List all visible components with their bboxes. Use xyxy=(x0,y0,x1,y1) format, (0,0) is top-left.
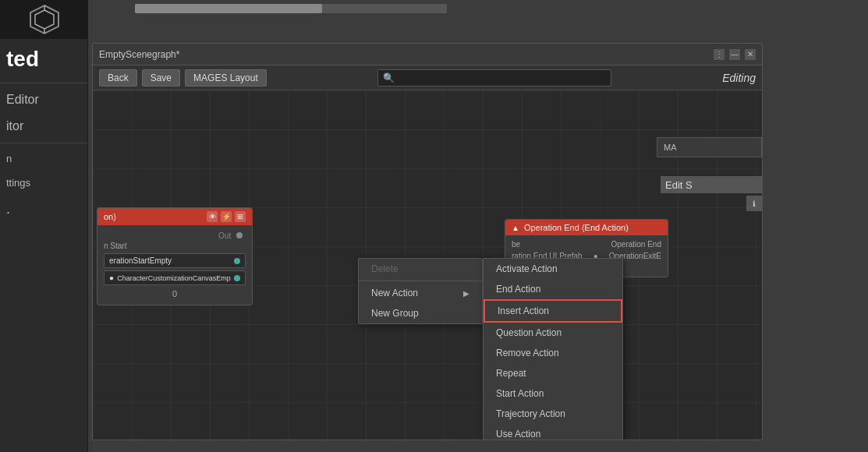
ctx-delete: Delete xyxy=(359,259,482,279)
submenu: Activate Action End Action Insert Action… xyxy=(483,258,623,440)
submenu-end-action[interactable]: End Action xyxy=(484,279,622,299)
context-menu: Delete New Action ▶ New Group xyxy=(358,258,483,324)
sidebar: ted Editor itor n ttings . xyxy=(0,0,88,452)
back-button[interactable]: Back xyxy=(99,69,137,87)
window-titlebar: EmptyScenegraph* ⋮ — ✕ xyxy=(93,44,762,65)
node-field-1: erationStartEmpty xyxy=(104,253,246,268)
progress-bar-fill xyxy=(135,4,322,13)
main-area: EmptyScenegraph* ⋮ — ✕ Back Save MAGES L… xyxy=(88,0,868,452)
end-node-header: ▲ Operation End (End Action) xyxy=(505,220,668,235)
node-start-title: n Start xyxy=(104,242,246,250)
field-dot-2 xyxy=(234,275,240,281)
node-header-icons: 👁 ⚡ ⊞ xyxy=(207,211,246,222)
window-close-button[interactable]: ✕ xyxy=(745,49,756,60)
node-dot-icon: ● xyxy=(109,274,114,282)
right-panel-bar[interactable]: Edit S xyxy=(661,176,762,193)
sidebar-divider-1 xyxy=(0,83,87,83)
submenu-insert-action[interactable]: Insert Action xyxy=(484,299,622,323)
sidebar-logo xyxy=(0,0,88,39)
progress-bar-container xyxy=(135,4,447,13)
submenu-use-action[interactable]: Use Action xyxy=(484,424,622,440)
search-input[interactable] xyxy=(377,69,611,87)
left-node-card: on) 👁 ⚡ ⊞ Out n Start erationStartEmpty xyxy=(97,207,253,305)
node-field-2: ● CharacterCustomizationCanvasEmp xyxy=(104,270,246,285)
node-out-label: Out xyxy=(104,230,246,242)
end-node-title: Operation End (End Action) xyxy=(524,223,629,232)
save-button[interactable]: Save xyxy=(142,69,180,87)
editor-window: EmptyScenegraph* ⋮ — ✕ Back Save MAGES L… xyxy=(92,43,763,440)
window-minimize-button[interactable]: — xyxy=(729,49,740,60)
node-number: 0 xyxy=(104,288,246,300)
submenu-start-action[interactable]: Start Action xyxy=(484,383,622,404)
submenu-repeat[interactable]: Repeat xyxy=(484,363,622,383)
ctx-separator-1 xyxy=(359,281,482,281)
sidebar-item-n[interactable]: n xyxy=(0,147,87,171)
end-node-label-1: be xyxy=(512,240,520,249)
window-controls: ⋮ — ✕ xyxy=(714,49,756,60)
mages-layout-button[interactable]: MAGES Layout xyxy=(185,69,267,87)
node-grid-icon[interactable]: ⊞ xyxy=(235,211,246,222)
left-node-body: Out n Start erationStartEmpty ● Characte… xyxy=(97,225,252,305)
node-bolt-icon[interactable]: ⚡ xyxy=(221,211,232,222)
sidebar-item-settings[interactable]: ttings xyxy=(0,171,87,195)
sidebar-item-itor[interactable]: itor xyxy=(0,113,87,139)
sidebar-item-ted: ted xyxy=(0,39,87,79)
node-out-dot xyxy=(236,232,243,238)
svg-marker-1 xyxy=(35,10,54,29)
window-title: EmptyScenegraph* xyxy=(99,49,179,60)
left-node-header: on) 👁 ⚡ ⊞ xyxy=(97,208,252,225)
right-panel-icon[interactable]: ℹ xyxy=(746,196,762,211)
expand-arrow-icon[interactable]: ▲ xyxy=(512,224,519,232)
sidebar-item-editor[interactable]: Editor xyxy=(0,87,87,113)
right-panel-edit-label: Edit S xyxy=(665,179,693,191)
sidebar-item-dot[interactable]: . xyxy=(0,195,87,224)
submenu-trajectory-action[interactable]: Trajectory Action xyxy=(484,404,622,424)
field-dot-1 xyxy=(234,258,240,264)
right-panel-hint: MA xyxy=(657,137,762,157)
submenu-activate-action[interactable]: Activate Action xyxy=(484,259,622,279)
submenu-remove-action[interactable]: Remove Action xyxy=(484,343,622,363)
node-eye-icon[interactable]: 👁 xyxy=(207,211,218,222)
ctx-arrow-icon: ▶ xyxy=(463,289,469,298)
editing-label: Editing xyxy=(722,72,756,84)
right-panel-label: MA xyxy=(664,143,677,152)
ctx-new-action[interactable]: New Action ▶ xyxy=(359,283,482,303)
window-content[interactable]: on) 👁 ⚡ ⊞ Out n Start erationStartEmpty xyxy=(93,90,762,440)
sidebar-divider-2 xyxy=(0,143,87,143)
left-node-title: on) xyxy=(104,212,116,221)
ctx-new-group[interactable]: New Group xyxy=(359,303,482,323)
top-bar xyxy=(88,0,868,39)
window-toolbar: Back Save MAGES Layout Editing xyxy=(93,65,762,90)
window-more-button[interactable]: ⋮ xyxy=(714,49,725,60)
end-node-operation: Operation End xyxy=(611,240,662,249)
submenu-question-action[interactable]: Question Action xyxy=(484,323,622,343)
